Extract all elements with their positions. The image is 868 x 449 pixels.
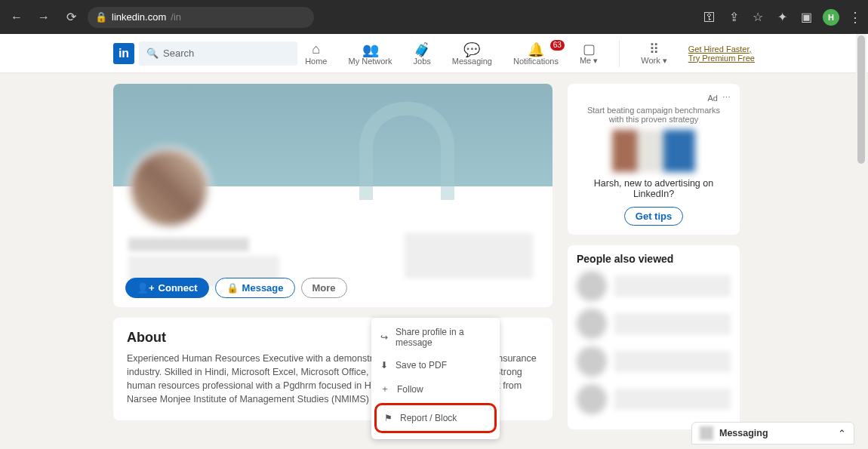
lock-small-icon: 🔒: [226, 282, 239, 294]
profile-photo[interactable]: [128, 147, 210, 229]
connect-button[interactable]: 👤+Connect: [125, 278, 209, 298]
messaging-bar[interactable]: Messaging ⌃: [691, 422, 854, 444]
ad-label: Ad: [708, 94, 718, 103]
url-path: /in: [171, 11, 181, 23]
more-button[interactable]: More: [301, 278, 347, 298]
ad-line: Harsh, new to advertising on LinkedIn?: [577, 178, 731, 199]
linkedin-topnav: in 🔍 Search ⌂Home 👥My Network 🧳Jobs 💬Mes…: [0, 34, 868, 73]
ad-image[interactable]: [612, 130, 695, 172]
more-dropdown: ↪Share profile in a message ⬇Save to PDF…: [371, 318, 500, 439]
chat-icon: 💬: [463, 42, 480, 57]
divider: [619, 40, 620, 67]
pav-heading: People also viewed: [577, 253, 731, 265]
share-icon[interactable]: ⇪: [726, 10, 741, 25]
pav-item[interactable]: [577, 271, 731, 301]
pav-item[interactable]: [577, 309, 731, 339]
share-profile-item[interactable]: ↪Share profile in a message: [371, 321, 500, 354]
pav-item[interactable]: [577, 346, 731, 377]
lock-icon: 🔒: [95, 11, 107, 23]
briefcase-icon: 🧳: [414, 42, 430, 57]
messaging-label: Messaging: [719, 428, 768, 438]
msg-avatar: [700, 426, 713, 440]
nav-notifications[interactable]: 🔔63Notifications: [513, 42, 559, 66]
share-arrow-icon: ↪: [380, 332, 388, 343]
grid-icon: ⠿: [649, 41, 659, 56]
profile-header-card: 👤+Connect 🔒Message More: [113, 84, 553, 307]
nav-messaging[interactable]: 💬Messaging: [452, 42, 492, 66]
ad-card: Ad⋯ Start beating campaign benchmarks wi…: [568, 84, 740, 235]
search-input[interactable]: 🔍 Search: [139, 42, 297, 66]
browser-chrome: ← → ⟳ 🔒 linkedin.com/in ⚿ ⇪ ☆ ✦ ▣ H ⋮: [0, 0, 868, 34]
reload-button[interactable]: ⟳: [60, 7, 82, 28]
scroll-thumb[interactable]: [857, 35, 865, 164]
nav-jobs[interactable]: 🧳Jobs: [414, 42, 431, 66]
toolbar-icons: ⚿ ⇪ ☆ ✦ ▣ H ⋮: [702, 9, 862, 26]
message-button[interactable]: 🔒Message: [215, 278, 295, 298]
people-also-viewed-card: People also viewed: [568, 245, 740, 429]
browser-menu[interactable]: ⋮: [848, 9, 862, 26]
extensions-icon[interactable]: ✦: [774, 10, 790, 25]
download-icon: ⬇: [380, 360, 388, 371]
profile-avatar[interactable]: H: [823, 9, 839, 26]
get-tips-button[interactable]: Get tips: [624, 207, 683, 226]
panel-icon[interactable]: ▣: [799, 10, 814, 25]
scrollbar[interactable]: [856, 34, 866, 449]
ad-subtitle: Start beating campaign benchmarks with t…: [586, 106, 722, 124]
person-plus-icon: 👤+: [137, 282, 155, 294]
flag-icon: ⚑: [384, 413, 392, 423]
caret-up-icon: ⌃: [838, 428, 846, 439]
star-icon[interactable]: ☆: [750, 10, 765, 25]
avatar-icon: ▢: [583, 41, 596, 56]
address-bar[interactable]: 🔒 linkedin.com/in: [88, 7, 314, 28]
save-pdf-item[interactable]: ⬇Save to PDF: [371, 354, 500, 377]
nav-me[interactable]: ▢Me ▾: [580, 41, 598, 66]
profile-company-redacted: [405, 233, 533, 278]
url-domain: linkedin.com: [112, 11, 166, 23]
linkedin-logo[interactable]: in: [113, 43, 134, 64]
forward-button[interactable]: →: [33, 7, 54, 28]
people-icon: 👥: [362, 42, 379, 57]
nav-home[interactable]: ⌂Home: [305, 42, 327, 66]
back-button[interactable]: ←: [6, 7, 27, 28]
premium-link[interactable]: Get Hired Faster, Try Premium Free: [688, 45, 755, 63]
profile-name-redacted: [128, 238, 249, 251]
nav-work[interactable]: ⠿Work ▾: [641, 41, 667, 66]
pav-item[interactable]: [577, 384, 731, 414]
home-icon: ⌂: [312, 42, 320, 57]
report-block-item[interactable]: ⚑Report / Block: [374, 403, 497, 433]
search-icon: 🔍: [146, 48, 159, 59]
page-viewport: in 🔍 Search ⌂Home 👥My Network 🧳Jobs 💬Mes…: [0, 34, 868, 449]
ad-menu-icon[interactable]: ⋯: [722, 93, 731, 103]
notif-badge: 63: [550, 40, 565, 51]
bell-icon: 🔔: [528, 42, 544, 57]
nav-network[interactable]: 👥My Network: [348, 42, 392, 66]
follow-item[interactable]: ＋Follow: [371, 377, 500, 401]
key-icon[interactable]: ⚿: [702, 10, 717, 25]
search-placeholder: Search: [163, 48, 194, 59]
plus-icon: ＋: [380, 383, 389, 395]
